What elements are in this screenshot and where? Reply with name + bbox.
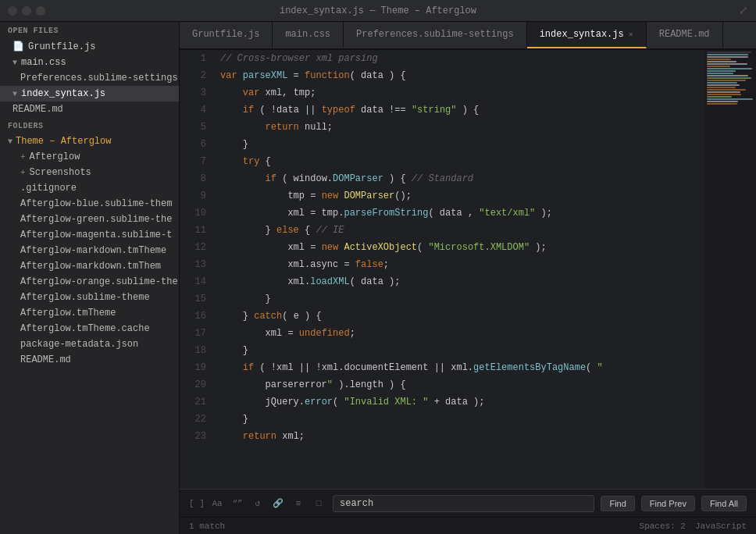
sidebar: OPEN FILES 📄 Gruntfile.js ▼ main.css Pre… — [0, 22, 180, 534]
undo-icon[interactable]: ↺ — [250, 496, 266, 511]
sidebar-item-readme[interactable]: README.md — [0, 101, 179, 117]
code-line-5: return null; — [220, 119, 697, 136]
minimap-line — [707, 59, 731, 60]
line-number-16: 16 — [180, 308, 206, 325]
sidebar-item-gruntfile[interactable]: 📄 Gruntfile.js — [0, 38, 179, 55]
minimap-content — [705, 50, 756, 107]
minimap-line — [707, 73, 733, 74]
code-line-19: if ( !xml || !xml.documentElement || xml… — [220, 359, 697, 376]
find-prev-button[interactable]: Find Prev — [641, 496, 695, 511]
sidebar-item-afterglow-blue[interactable]: Afterglow-blue.sublime-them — [0, 196, 179, 212]
minimap — [705, 50, 756, 489]
line-number-5: 5 — [180, 119, 206, 136]
tab-preferences[interactable]: Preferences.sublime-settings — [344, 22, 527, 48]
sidebar-item-afterglow[interactable]: + Afterglow — [0, 149, 179, 165]
line-number-7: 7 — [180, 153, 206, 170]
sidebar-item-afterglow-orange[interactable]: Afterglow-orange.sublime-the — [0, 274, 179, 290]
minimap-line — [707, 98, 753, 100]
line-number-18: 18 — [180, 342, 206, 359]
sidebar-item-package-metadata[interactable]: package-metadata.json — [0, 336, 179, 352]
tab-readme[interactable]: README.md — [647, 22, 723, 48]
traffic-lights — [8, 6, 45, 16]
minimap-line — [707, 75, 748, 77]
sidebar-item-preferences[interactable]: Preferences.sublime-settings — [0, 70, 179, 86]
line-number-23: 23 — [180, 428, 206, 445]
minimize-button[interactable] — [22, 6, 31, 16]
tab-close-icon[interactable]: ✕ — [629, 30, 633, 39]
minimap-line — [707, 101, 738, 102]
sidebar-item-index-syntax[interactable]: ▼ index_syntax.js — [0, 86, 179, 101]
close-button[interactable] — [8, 6, 17, 16]
code-line-21: jQuery.error( "Invalid XML: " + data ); — [220, 393, 697, 411]
code-line-17: xml = undefined; — [220, 325, 697, 342]
sidebar-item-screenshots[interactable]: + Screenshots — [0, 165, 179, 180]
expand-icon[interactable]: ⤢ — [739, 4, 748, 17]
search-actions: Find Find Prev Find All — [601, 496, 747, 511]
maximize-button[interactable] — [36, 6, 45, 16]
minimap-line — [707, 103, 737, 105]
code-line-2: var parseXML = function( data ) { — [220, 67, 697, 84]
content-area: Gruntfile.js main.css Preferences.sublim… — [180, 22, 756, 534]
code-area: 1234567891011121314151617181920212223 //… — [180, 50, 756, 489]
code-line-12: xml = new ActiveXObject( "Microsoft.XMLD… — [220, 239, 697, 256]
find-all-button[interactable]: Find All — [701, 496, 747, 511]
minimap-line — [707, 61, 736, 62]
line-number-12: 12 — [180, 239, 206, 256]
link-icon[interactable]: 🔗 — [270, 496, 286, 511]
find-button[interactable]: Find — [601, 496, 634, 511]
minimap-line — [707, 84, 740, 86]
status-right: Spaces: 2 JavaScript — [640, 522, 747, 531]
code-line-8: if ( window.DOMParser ) { // Standard — [220, 170, 697, 187]
sidebar-item-afterglow-markdown-2[interactable]: Afterglow-markdown.tmThem — [0, 258, 179, 274]
tabs-bar: Gruntfile.js main.css Preferences.sublim… — [180, 22, 756, 50]
sidebar-item-readme-folder[interactable]: README.md — [0, 352, 179, 368]
box-icon[interactable]: □ — [311, 496, 326, 511]
code-line-16: } catch( e ) { — [220, 308, 697, 325]
minimap-line — [707, 89, 746, 91]
code-line-6: } — [220, 136, 697, 153]
case-sensitive-icon[interactable]: Aa — [209, 496, 225, 511]
sidebar-item-main-css[interactable]: ▼ main.css — [0, 55, 179, 70]
tab-index-syntax[interactable]: index_syntax.js ✕ — [527, 22, 647, 48]
tab-main-css[interactable]: main.css — [273, 22, 344, 48]
line-number-11: 11 — [180, 222, 206, 239]
spaces-indicator: Spaces: 2 — [640, 522, 686, 531]
sidebar-item-afterglow-tmtheme-cache[interactable]: Afterglow.tmTheme.cache — [0, 321, 179, 336]
minimap-line — [707, 52, 751, 53]
folder-arrow: ▼ — [8, 137, 12, 146]
code-line-10: xml = tmp.parseFromString( data , "text/… — [220, 205, 697, 222]
search-bar: [ ] Aa “” ↺ 🔗 ≡ □ Find Find Prev Find Al… — [180, 489, 756, 517]
code-line-9: tmp = new DOMParser(); — [220, 187, 697, 205]
status-bar: 1 match Spaces: 2 JavaScript — [180, 517, 756, 534]
line-number-2: 2 — [180, 67, 206, 84]
minimap-line — [707, 68, 752, 69]
language-indicator: JavaScript — [695, 522, 747, 531]
search-input-container[interactable] — [333, 495, 594, 512]
line-number-9: 9 — [180, 187, 206, 205]
code-line-14: xml.loadXML( data ); — [220, 273, 697, 290]
code-line-13: xml.async = false; — [220, 256, 697, 273]
minimap-line — [707, 91, 740, 93]
sidebar-item-afterglow-sublime[interactable]: Afterglow.sublime-theme — [0, 290, 179, 305]
minimap-line — [707, 77, 751, 79]
status-left: 1 match — [189, 522, 225, 531]
search-input[interactable] — [340, 498, 587, 509]
minimap-line — [707, 56, 748, 58]
sidebar-item-afterglow-magenta[interactable]: Afterglow-magenta.sublime-t — [0, 227, 179, 243]
match-count: 1 match — [189, 522, 225, 531]
tab-gruntfile[interactable]: Gruntfile.js — [180, 22, 273, 48]
code-editor[interactable]: // Cross-browser xml parsingvar parseXML… — [212, 50, 705, 489]
sidebar-item-gitignore[interactable]: .gitignore — [0, 180, 179, 196]
list-icon[interactable]: ≡ — [291, 496, 306, 511]
sidebar-item-afterglow-tmtheme[interactable]: Afterglow.tmTheme — [0, 305, 179, 321]
sidebar-item-afterglow-green[interactable]: Afterglow-green.sublime-the — [0, 212, 179, 227]
sidebar-item-theme-afterglow[interactable]: ▼ Theme – Afterglow — [0, 134, 179, 149]
code-line-4: if ( !data || typeof data !== "string" )… — [220, 101, 697, 119]
code-line-1: // Cross-browser xml parsing — [220, 50, 697, 67]
sidebar-item-afterglow-markdown-1[interactable]: Afterglow-markdown.tmTheme — [0, 243, 179, 258]
line-number-13: 13 — [180, 256, 206, 273]
bracket-icon[interactable]: [ ] — [189, 496, 205, 511]
quote-icon[interactable]: “” — [230, 496, 245, 511]
line-number-6: 6 — [180, 136, 206, 153]
line-number-14: 14 — [180, 273, 206, 290]
